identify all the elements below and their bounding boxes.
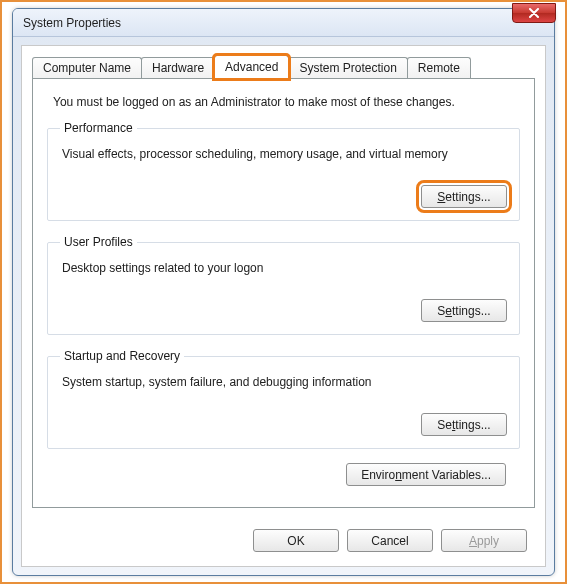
startup-settings-label: Settings... bbox=[437, 418, 490, 432]
window-title: System Properties bbox=[23, 16, 121, 30]
group-performance-legend: Performance bbox=[60, 121, 137, 135]
user-profiles-settings-button[interactable]: Settings... bbox=[421, 299, 507, 322]
apply-label: Apply bbox=[469, 534, 499, 548]
tab-system-protection[interactable]: System Protection bbox=[288, 57, 407, 79]
close-icon bbox=[528, 8, 540, 18]
group-startup-recovery: Startup and Recovery System startup, sys… bbox=[47, 349, 520, 449]
performance-desc: Visual effects, processor scheduling, me… bbox=[62, 147, 507, 161]
close-button[interactable] bbox=[512, 3, 556, 23]
user-profiles-button-row: Settings... bbox=[60, 299, 507, 322]
system-properties-window: System Properties Computer Name Hardware… bbox=[12, 8, 555, 576]
startup-desc: System startup, system failure, and debu… bbox=[62, 375, 507, 389]
group-user-profiles-legend: User Profiles bbox=[60, 235, 137, 249]
performance-button-row: Settings... bbox=[60, 185, 507, 208]
tab-strip: Computer Name Hardware Advanced System P… bbox=[32, 55, 535, 79]
ok-button[interactable]: OK bbox=[253, 529, 339, 552]
env-row: Environment Variables... bbox=[47, 463, 520, 486]
cancel-button[interactable]: Cancel bbox=[347, 529, 433, 552]
startup-settings-button[interactable]: Settings... bbox=[421, 413, 507, 436]
tab-remote[interactable]: Remote bbox=[407, 57, 471, 79]
tab-advanced[interactable]: Advanced bbox=[214, 55, 289, 79]
tab-computer-name[interactable]: Computer Name bbox=[32, 57, 142, 79]
user-profiles-desc: Desktop settings related to your logon bbox=[62, 261, 507, 275]
environment-variables-button[interactable]: Environment Variables... bbox=[346, 463, 506, 486]
startup-button-row: Settings... bbox=[60, 413, 507, 436]
group-startup-legend: Startup and Recovery bbox=[60, 349, 184, 363]
annotation-border: System Properties Computer Name Hardware… bbox=[0, 0, 567, 584]
performance-settings-button[interactable]: Settings... bbox=[421, 185, 507, 208]
group-user-profiles: User Profiles Desktop settings related t… bbox=[47, 235, 520, 335]
admin-note: You must be logged on as an Administrato… bbox=[53, 95, 520, 109]
tab-hardware[interactable]: Hardware bbox=[141, 57, 215, 79]
group-performance: Performance Visual effects, processor sc… bbox=[47, 121, 520, 221]
client-area: Computer Name Hardware Advanced System P… bbox=[21, 45, 546, 567]
apply-button: Apply bbox=[441, 529, 527, 552]
tab-page-advanced: You must be logged on as an Administrato… bbox=[32, 78, 535, 508]
titlebar: System Properties bbox=[13, 9, 554, 37]
performance-settings-label: Settings... bbox=[437, 190, 490, 204]
environment-variables-label: Environment Variables... bbox=[361, 468, 491, 482]
dialog-buttons: OK Cancel Apply bbox=[253, 529, 527, 552]
user-profiles-settings-label: Settings... bbox=[437, 304, 490, 318]
